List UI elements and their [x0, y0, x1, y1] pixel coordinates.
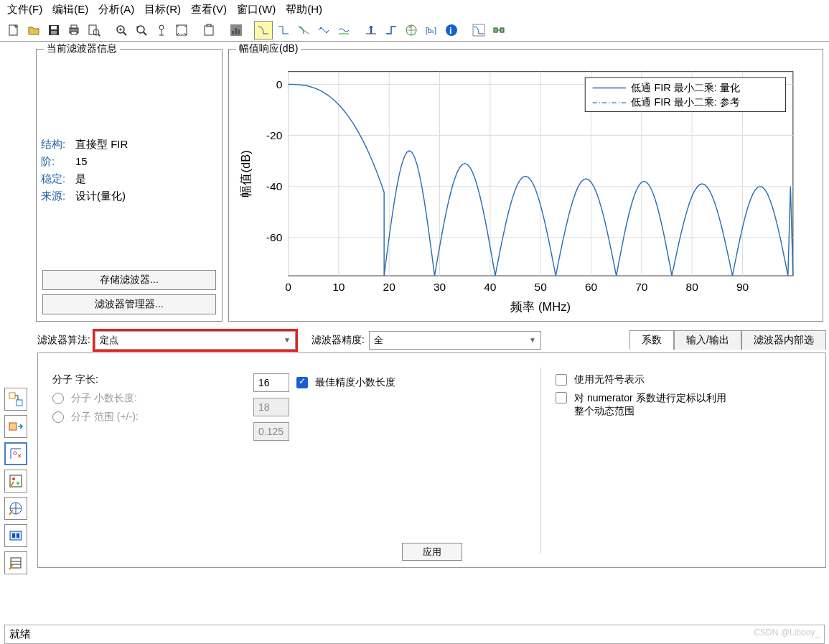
filter-algo-label: 滤波器算法: — [37, 334, 90, 347]
svg-text:低通 FIR 最小二乘: 参考: 低通 FIR 最小二乘: 参考 — [631, 96, 739, 108]
svg-rect-41 — [494, 28, 497, 32]
svg-line-9 — [98, 34, 100, 36]
num-range-input — [253, 422, 289, 441]
open-icon[interactable] — [24, 21, 43, 39]
block-icon[interactable] — [4, 524, 27, 547]
num-fl-label: 分子 小数长度: — [71, 392, 137, 405]
tab-internal[interactable]: 滤波器内部选 — [741, 330, 826, 350]
clipboard-icon[interactable] — [200, 21, 218, 39]
scale-checkbox[interactable] — [556, 392, 567, 403]
svg-rect-81 — [17, 400, 22, 406]
menu-target[interactable]: 目标(R) — [144, 3, 181, 17]
num-wl-input[interactable] — [253, 373, 289, 392]
svg-text:80: 80 — [686, 281, 699, 293]
save-icon[interactable] — [45, 21, 63, 39]
store-filter-button[interactable]: 存储滤波器... — [42, 270, 216, 290]
svg-rect-27 — [258, 24, 269, 36]
best-prec-checkbox[interactable] — [296, 377, 308, 388]
svg-point-89 — [12, 477, 15, 480]
svg-point-29 — [326, 32, 327, 33]
filter-algo-combo[interactable]: 定点 ▼ — [95, 331, 296, 350]
info-source-label: 来源: — [41, 187, 75, 205]
filter-prec-value: 全 — [374, 334, 383, 347]
info-source-value: 设计(量化) — [75, 190, 126, 202]
print-icon[interactable] — [65, 21, 83, 39]
svg-rect-42 — [500, 28, 504, 32]
step-icon[interactable] — [382, 21, 401, 39]
magnitude-icon[interactable] — [254, 21, 273, 39]
svg-rect-26 — [238, 29, 240, 34]
chevron-down-icon: ▼ — [529, 336, 536, 344]
svg-rect-5 — [71, 25, 77, 28]
measure-icon[interactable] — [152, 21, 171, 39]
info-stable-value: 是 — [75, 172, 86, 185]
realize-icon[interactable] — [490, 21, 508, 39]
svg-rect-96 — [17, 533, 19, 538]
menu-window[interactable]: 窗口(W) — [237, 3, 276, 17]
filter-prec-combo[interactable]: 全 ▼ — [369, 331, 541, 350]
menu-file[interactable]: 文件(F) — [7, 3, 42, 17]
filter-manager-button[interactable]: 滤波器管理器... — [42, 294, 216, 314]
svg-text:30: 30 — [434, 281, 446, 293]
num-range-label: 分子 范围 (+/-): — [71, 411, 139, 424]
phase-icon[interactable] — [274, 21, 293, 39]
zoom-in-icon[interactable] — [112, 21, 131, 39]
info-icon[interactable]: i — [442, 21, 461, 39]
unsigned-checkbox[interactable] — [556, 374, 567, 386]
svg-text:i: i — [449, 25, 452, 36]
phasedelay-icon[interactable] — [334, 21, 353, 39]
impulse-icon[interactable] — [362, 21, 380, 39]
chevron-down-icon: ▼ — [284, 336, 291, 344]
info-order-value: 15 — [75, 155, 88, 167]
num-fl-radio[interactable] — [52, 393, 64, 404]
info-structure-label: 结构: — [41, 136, 75, 153]
svg-text:x: x — [136, 24, 139, 29]
import-icon[interactable] — [4, 415, 27, 438]
filter-vis-icon[interactable] — [469, 21, 488, 39]
realize-model-icon[interactable] — [4, 470, 27, 493]
hdl-icon[interactable] — [4, 551, 27, 574]
zoom-xy-icon[interactable]: x — [132, 21, 151, 39]
svg-text:40: 40 — [484, 281, 497, 293]
new-icon[interactable] — [4, 21, 23, 39]
magphase-icon[interactable] — [294, 21, 313, 39]
chart-panel: 幅值响应(dB) 01020304050607080900-20-40-60频率… — [228, 49, 823, 322]
svg-text:-40: -40 — [266, 180, 283, 192]
svg-text:0: 0 — [285, 281, 291, 293]
menu-help[interactable]: 帮助(H) — [286, 3, 322, 17]
tab-coeffs[interactable]: 系数 — [629, 330, 674, 350]
unsigned-label: 使用无符号表示 — [574, 373, 645, 386]
svg-text:[bₐ]: [bₐ] — [426, 27, 436, 34]
svg-rect-94 — [10, 531, 22, 540]
info-panel-title: 当前滤波器信息 — [44, 42, 120, 55]
design-mode-icon[interactable] — [4, 388, 27, 411]
watermark: CSDN @Libooy_ — [754, 627, 820, 641]
svg-rect-95 — [12, 533, 15, 538]
groupdelay-icon[interactable] — [314, 21, 333, 39]
chart-panel-title: 幅值响应(dB) — [236, 42, 301, 55]
svg-text:-60: -60 — [266, 231, 283, 243]
svg-text:频率 (MHz): 频率 (MHz) — [510, 300, 571, 314]
num-range-radio[interactable] — [52, 411, 64, 423]
svg-point-28 — [320, 27, 322, 29]
svg-rect-6 — [71, 32, 77, 34]
fit-icon[interactable] — [172, 21, 191, 39]
menubar: 文件(F) 编辑(E) 分析(A) 目标(R) 查看(V) 窗口(W) 帮助(H… — [0, 0, 829, 19]
print-preview-icon[interactable] — [85, 21, 103, 39]
menu-view[interactable]: 查看(V) — [191, 3, 227, 17]
coeffs-icon[interactable]: [bₐ] — [422, 21, 441, 39]
menu-edit[interactable]: 编辑(E) — [52, 3, 88, 17]
fvtool-icon[interactable] — [4, 497, 27, 520]
svg-rect-82 — [9, 423, 17, 430]
svg-rect-21 — [205, 26, 213, 35]
apply-button[interactable]: 应用 — [402, 543, 462, 561]
polezero-editor-icon[interactable] — [4, 442, 27, 465]
polezero-icon[interactable]: × — [402, 21, 421, 39]
magnitude-chart: 01020304050607080900-20-40-60频率 (MHz)幅值(… — [233, 57, 818, 317]
svg-text:×: × — [408, 24, 412, 30]
menu-analyze[interactable]: 分析(A) — [98, 3, 134, 17]
tab-io[interactable]: 输入/输出 — [674, 330, 741, 350]
spec-gray-icon[interactable] — [227, 21, 245, 39]
toolbar: x × [bₐ] i — [0, 19, 829, 42]
filter-algo-value: 定点 — [100, 334, 118, 347]
